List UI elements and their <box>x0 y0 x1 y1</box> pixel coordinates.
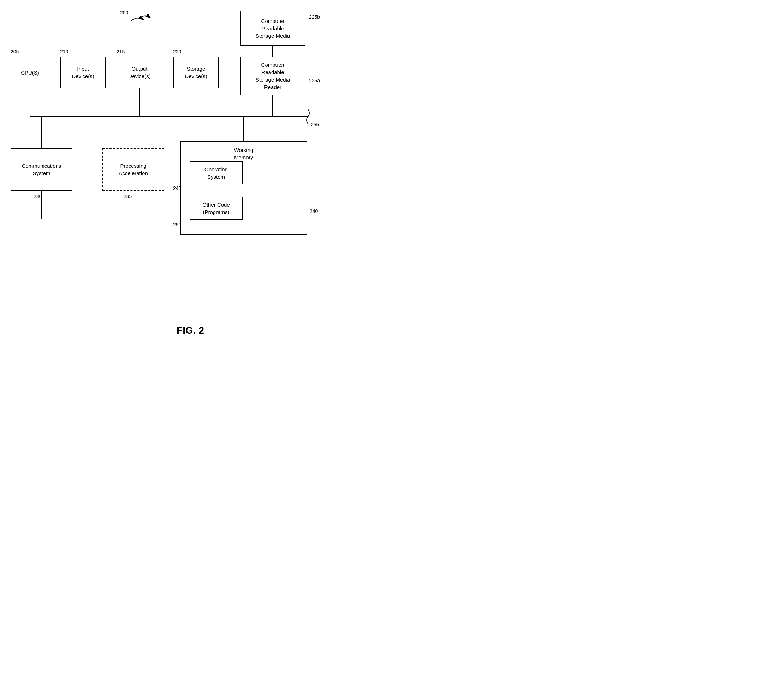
label-215: 215 <box>117 49 125 55</box>
box-proc-accel: ProcessingAcceleration <box>102 148 164 191</box>
box-crsm: ComputerReadableStorage Media <box>240 11 305 46</box>
label-245: 245 <box>173 186 181 191</box>
label-210: 210 <box>60 49 68 55</box>
figure-caption: FIG. 2 <box>0 325 381 336</box>
box-cpu: CPU(S) <box>11 56 50 88</box>
label-235: 235 <box>123 194 132 199</box>
box-working-mem: WorkingMemory OperatingSystem Other Code… <box>180 141 307 235</box>
label-225b: 225b <box>309 14 320 20</box>
box-comm-system: CommunicationsSystem <box>11 148 72 191</box>
label-240: 240 <box>310 208 318 214</box>
box-crsm-reader: ComputerReadableStorage MediaReader <box>240 56 305 95</box>
label-225a: 225a <box>309 78 320 83</box>
label-250: 250 <box>173 222 181 227</box>
label-220: 220 <box>173 49 181 55</box>
box-storage: StorageDevice(s) <box>173 56 219 88</box>
box-input: InputDevice(s) <box>60 56 106 88</box>
diagram-container: 200 CPU(S) 205 InputDevice(s) 210 Output… <box>0 0 381 318</box>
box-output: OutputDevice(s) <box>117 56 163 88</box>
label-230: 230 <box>34 194 42 199</box>
box-os: OperatingSystem <box>190 161 242 184</box>
box-other-code: Other Code(Programs) <box>190 197 242 220</box>
label-255: 255 <box>311 122 319 128</box>
label-205: 205 <box>11 49 19 55</box>
label-200: 200 <box>120 10 128 16</box>
